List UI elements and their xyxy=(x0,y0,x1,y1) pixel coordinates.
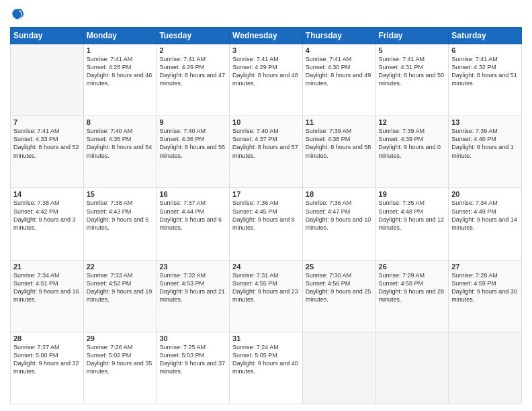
day-info: Sunrise: 7:27 AMSunset: 5:00 PMDaylight:… xyxy=(13,343,81,376)
day-number: 15 xyxy=(87,190,154,198)
calendar-cell xyxy=(302,332,375,404)
day-info: Sunrise: 7:41 AMSunset: 4:31 PMDaylight:… xyxy=(379,55,446,88)
day-info: Sunrise: 7:36 AMSunset: 4:45 PMDaylight:… xyxy=(232,199,300,232)
day-number: 7 xyxy=(13,118,81,126)
day-number: 1 xyxy=(87,46,154,54)
day-number: 9 xyxy=(159,118,226,126)
calendar-cell: 13Sunrise: 7:39 AMSunset: 4:40 PMDayligh… xyxy=(449,116,522,188)
calendar-cell: 5Sunrise: 7:41 AMSunset: 4:31 PMDaylight… xyxy=(375,44,449,116)
day-number: 28 xyxy=(13,334,81,342)
day-info: Sunrise: 7:36 AMSunset: 4:47 PMDaylight:… xyxy=(306,199,373,232)
day-number: 12 xyxy=(379,118,446,126)
calendar-cell: 28Sunrise: 7:27 AMSunset: 5:00 PMDayligh… xyxy=(11,332,84,404)
calendar-cell: 1Sunrise: 7:41 AMSunset: 4:28 PMDaylight… xyxy=(83,44,157,116)
day-info: Sunrise: 7:39 AMSunset: 4:38 PMDaylight:… xyxy=(306,127,373,160)
calendar-cell: 15Sunrise: 7:38 AMSunset: 4:43 PMDayligh… xyxy=(83,188,157,260)
calendar-cell: 8Sunrise: 7:40 AMSunset: 4:35 PMDaylight… xyxy=(83,116,157,188)
calendar-week-0: 1Sunrise: 7:41 AMSunset: 4:28 PMDaylight… xyxy=(11,44,522,116)
calendar-body: 1Sunrise: 7:41 AMSunset: 4:28 PMDaylight… xyxy=(11,44,522,404)
day-info: Sunrise: 7:41 AMSunset: 4:32 PMDaylight:… xyxy=(451,55,519,88)
calendar-cell: 4Sunrise: 7:41 AMSunset: 4:30 PMDaylight… xyxy=(302,44,375,116)
calendar-week-3: 21Sunrise: 7:34 AMSunset: 4:51 PMDayligh… xyxy=(11,260,522,332)
day-number: 20 xyxy=(451,190,519,198)
calendar-cell: 18Sunrise: 7:36 AMSunset: 4:47 PMDayligh… xyxy=(302,188,375,260)
day-info: Sunrise: 7:30 AMSunset: 4:56 PMDaylight:… xyxy=(306,271,373,304)
day-number: 26 xyxy=(379,263,446,271)
calendar-cell: 14Sunrise: 7:38 AMSunset: 4:42 PMDayligh… xyxy=(11,188,84,260)
logo xyxy=(10,7,28,21)
day-number: 25 xyxy=(306,263,373,271)
day-number: 3 xyxy=(232,46,300,54)
day-number: 6 xyxy=(451,46,519,54)
calendar-cell xyxy=(11,44,84,116)
calendar-cell: 10Sunrise: 7:40 AMSunset: 4:37 PMDayligh… xyxy=(230,116,303,188)
calendar-cell: 6Sunrise: 7:41 AMSunset: 4:32 PMDaylight… xyxy=(449,44,522,116)
day-info: Sunrise: 7:40 AMSunset: 4:37 PMDaylight:… xyxy=(232,127,300,160)
header-day-friday: Friday xyxy=(375,28,449,44)
day-info: Sunrise: 7:41 AMSunset: 4:33 PMDaylight:… xyxy=(13,127,81,160)
header-day-sunday: Sunday xyxy=(11,28,84,44)
day-number: 30 xyxy=(159,334,226,342)
calendar-cell: 25Sunrise: 7:30 AMSunset: 4:56 PMDayligh… xyxy=(302,260,375,332)
day-info: Sunrise: 7:41 AMSunset: 4:29 PMDaylight:… xyxy=(232,55,300,88)
calendar-cell: 27Sunrise: 7:28 AMSunset: 4:59 PMDayligh… xyxy=(449,260,522,332)
day-info: Sunrise: 7:34 AMSunset: 4:49 PMDaylight:… xyxy=(451,199,519,232)
calendar-table: SundayMondayTuesdayWednesdayThursdayFrid… xyxy=(10,27,522,404)
day-info: Sunrise: 7:28 AMSunset: 4:59 PMDaylight:… xyxy=(451,271,519,304)
day-info: Sunrise: 7:31 AMSunset: 4:55 PMDaylight:… xyxy=(232,271,300,304)
day-info: Sunrise: 7:33 AMSunset: 4:52 PMDaylight:… xyxy=(87,271,154,304)
calendar-cell: 11Sunrise: 7:39 AMSunset: 4:38 PMDayligh… xyxy=(302,116,375,188)
day-info: Sunrise: 7:41 AMSunset: 4:30 PMDaylight:… xyxy=(306,55,373,88)
calendar-cell: 3Sunrise: 7:41 AMSunset: 4:29 PMDaylight… xyxy=(230,44,303,116)
calendar-cell: 23Sunrise: 7:32 AMSunset: 4:53 PMDayligh… xyxy=(157,260,230,332)
logo-icon xyxy=(10,7,25,21)
day-number: 2 xyxy=(159,46,226,54)
calendar-cell: 2Sunrise: 7:41 AMSunset: 4:29 PMDaylight… xyxy=(157,44,230,116)
day-info: Sunrise: 7:40 AMSunset: 4:36 PMDaylight:… xyxy=(159,127,226,160)
calendar-cell: 9Sunrise: 7:40 AMSunset: 4:36 PMDaylight… xyxy=(157,116,230,188)
header-day-thursday: Thursday xyxy=(302,28,375,44)
calendar-cell: 19Sunrise: 7:35 AMSunset: 4:48 PMDayligh… xyxy=(375,188,449,260)
day-number: 5 xyxy=(379,46,446,54)
day-info: Sunrise: 7:37 AMSunset: 4:44 PMDaylight:… xyxy=(159,199,226,232)
day-number: 18 xyxy=(306,190,373,198)
day-info: Sunrise: 7:29 AMSunset: 4:58 PMDaylight:… xyxy=(379,271,446,304)
day-number: 4 xyxy=(306,46,373,54)
day-number: 13 xyxy=(451,118,519,126)
day-info: Sunrise: 7:32 AMSunset: 4:53 PMDaylight:… xyxy=(159,271,226,304)
calendar-cell: 7Sunrise: 7:41 AMSunset: 4:33 PMDaylight… xyxy=(11,116,84,188)
calendar-header: SundayMondayTuesdayWednesdayThursdayFrid… xyxy=(11,28,522,44)
day-number: 11 xyxy=(306,118,373,126)
day-info: Sunrise: 7:38 AMSunset: 4:42 PMDaylight:… xyxy=(13,199,81,232)
day-info: Sunrise: 7:38 AMSunset: 4:43 PMDaylight:… xyxy=(87,199,154,232)
day-number: 14 xyxy=(13,190,81,198)
calendar-cell: 17Sunrise: 7:36 AMSunset: 4:45 PMDayligh… xyxy=(230,188,303,260)
calendar-week-1: 7Sunrise: 7:41 AMSunset: 4:33 PMDaylight… xyxy=(11,116,522,188)
day-info: Sunrise: 7:24 AMSunset: 5:05 PMDaylight:… xyxy=(232,343,300,376)
day-number: 21 xyxy=(13,263,81,271)
day-number: 27 xyxy=(451,263,519,271)
day-info: Sunrise: 7:34 AMSunset: 4:51 PMDaylight:… xyxy=(13,271,81,304)
header-day-saturday: Saturday xyxy=(449,28,522,44)
day-number: 8 xyxy=(87,118,154,126)
calendar-cell: 21Sunrise: 7:34 AMSunset: 4:51 PMDayligh… xyxy=(11,260,84,332)
calendar-cell: 20Sunrise: 7:34 AMSunset: 4:49 PMDayligh… xyxy=(449,188,522,260)
day-number: 31 xyxy=(232,334,300,342)
calendar-cell: 12Sunrise: 7:39 AMSunset: 4:39 PMDayligh… xyxy=(375,116,449,188)
calendar-week-4: 28Sunrise: 7:27 AMSunset: 5:00 PMDayligh… xyxy=(11,332,522,404)
header-day-wednesday: Wednesday xyxy=(230,28,303,44)
day-number: 22 xyxy=(87,263,154,271)
calendar-cell: 16Sunrise: 7:37 AMSunset: 4:44 PMDayligh… xyxy=(157,188,230,260)
calendar-cell: 24Sunrise: 7:31 AMSunset: 4:55 PMDayligh… xyxy=(230,260,303,332)
day-info: Sunrise: 7:39 AMSunset: 4:40 PMDaylight:… xyxy=(451,127,519,160)
day-info: Sunrise: 7:39 AMSunset: 4:39 PMDaylight:… xyxy=(379,127,446,160)
calendar-cell: 31Sunrise: 7:24 AMSunset: 5:05 PMDayligh… xyxy=(230,332,303,404)
day-number: 24 xyxy=(232,263,300,271)
header-day-monday: Monday xyxy=(83,28,157,44)
day-number: 23 xyxy=(159,263,226,271)
day-number: 16 xyxy=(159,190,226,198)
day-number: 19 xyxy=(379,190,446,198)
calendar-cell xyxy=(449,332,522,404)
page-header xyxy=(10,7,522,21)
day-info: Sunrise: 7:35 AMSunset: 4:48 PMDaylight:… xyxy=(379,199,446,232)
